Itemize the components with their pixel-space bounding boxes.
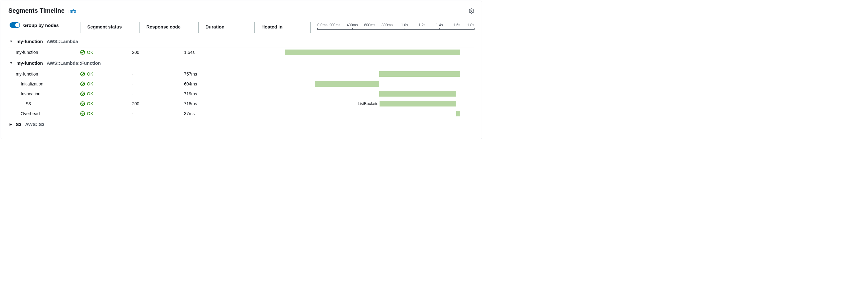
segment-row[interactable]: my-functionOK2001.64s [8,47,474,57]
segment-name: Invocation [8,91,80,96]
segment-bar-area [282,81,474,87]
segment-name: Overhead [8,111,80,116]
title-row: Segments Timeline Info [8,7,474,14]
ok-icon [80,91,85,96]
group-header[interactable]: ▶S3AWS::S3 [8,119,474,130]
status-text: OK [87,50,93,55]
segment-duration: 719ms [184,91,233,96]
timeline-bar [379,91,456,96]
segment-response: - [132,81,184,86]
axis-tick-label: 400ms [347,23,358,27]
segment-response: - [132,111,184,116]
column-response: Response code [146,22,198,29]
segment-status: OK [80,101,132,106]
axis-tick-label: 1.2s [418,23,426,27]
ok-icon [80,81,85,86]
expand-icon[interactable]: ▼ [9,40,13,43]
segment-bar-area [282,71,474,77]
timeline-bar [379,101,456,107]
segment-bar-area [282,49,474,55]
segment-duration: 604ms [184,81,233,86]
column-headers: Group by nodes Segment status Response c… [8,22,474,33]
status-text: OK [87,111,93,116]
segments-timeline-panel: Segments Timeline Info Group by nodes Se… [1,1,482,139]
axis-tick-label: 800ms [381,23,393,27]
segment-row[interactable]: my-functionOK-757ms [8,69,474,79]
gear-icon[interactable] [469,8,474,13]
axis-tick-label: 1.0s [401,23,408,27]
segment-response: - [132,71,184,77]
axis-tick-label: 200ms [329,23,340,27]
status-text: OK [87,71,93,77]
segment-row[interactable]: InitializationOK-604ms [8,79,474,89]
expand-icon[interactable]: ▶ [9,123,12,126]
timeline-axis: 0.0ms200ms400ms600ms800ms1.0s1.2s1.4s1.6… [317,22,474,30]
axis-tick-label: 600ms [364,23,375,27]
svg-point-0 [471,10,472,11]
segment-name: Initialization [8,81,80,86]
timeline-bar [315,81,379,87]
group-header[interactable]: ▼my-functionAWS::Lambda::Function [8,57,474,69]
segment-bar-area: ListBuckets [282,100,474,107]
segment-status: OK [80,50,132,55]
status-text: OK [87,91,93,96]
segment-response: 200 [132,50,184,55]
segment-name: my-function [8,50,80,55]
node-type: AWS::Lambda::Function [47,60,101,66]
axis-tick-label: 1.6s [453,23,460,27]
timeline-bar [456,111,460,116]
ok-icon [80,111,85,116]
bar-label: ListBuckets [358,101,379,107]
node-type: AWS::Lambda [47,39,78,44]
group-header[interactable]: ▼my-functionAWS::Lambda [8,36,474,47]
segment-name: my-function [8,71,80,77]
panel-title: Segments Timeline [8,7,65,14]
ok-icon [80,101,85,106]
status-text: OK [87,81,93,86]
node-name: my-function [17,60,43,66]
node-name: S3 [16,122,21,127]
segment-duration: 757ms [184,71,233,77]
segment-response: 200 [132,101,184,106]
node-type: AWS::S3 [25,122,44,127]
timeline-bar [285,50,460,55]
segment-name: S3 [8,101,80,106]
column-status: Segment status [87,22,139,29]
info-link[interactable]: Info [68,9,76,13]
segment-duration: 718ms [184,101,233,106]
axis-tick-label: 1.8s [467,23,474,27]
ok-icon [80,71,85,77]
segment-row[interactable]: S3OK200718msListBuckets [8,99,474,109]
expand-icon[interactable]: ▼ [9,61,13,65]
segment-status: OK [80,81,132,86]
segment-duration: 1.64s [184,50,233,55]
segment-duration: 37ms [184,111,233,116]
segment-bar-area [282,111,474,117]
status-text: OK [87,101,93,106]
axis-tick-label: 1.4s [436,23,443,27]
segment-bar-area [282,91,474,97]
segment-row[interactable]: OverheadOK-37ms [8,109,474,119]
column-hosted: Hosted in [261,22,310,29]
segment-status: OK [80,71,132,77]
node-name: my-function [17,39,43,44]
group-by-toggle[interactable] [9,22,20,28]
segment-row[interactable]: InvocationOK-719ms [8,89,474,99]
axis-tick-label: 0.0ms [317,23,328,27]
segment-status: OK [80,111,132,116]
segment-response: - [132,91,184,96]
ok-icon [80,50,85,55]
column-duration: Duration [206,22,254,29]
segment-status: OK [80,91,132,96]
timeline-bar [379,71,460,77]
group-by-label: Group by nodes [23,23,59,28]
